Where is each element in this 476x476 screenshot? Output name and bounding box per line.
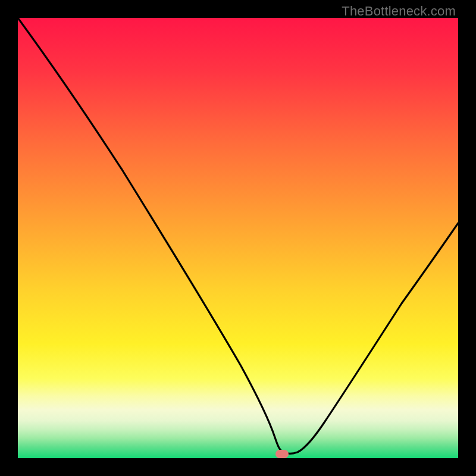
watermark-text: TheBottleneck.com xyxy=(342,4,456,19)
curve-path xyxy=(18,18,458,453)
optimal-marker xyxy=(275,450,289,458)
chart-frame: TheBottleneck.com xyxy=(0,0,476,476)
bottleneck-curve xyxy=(18,18,458,458)
plot-area xyxy=(18,18,458,458)
